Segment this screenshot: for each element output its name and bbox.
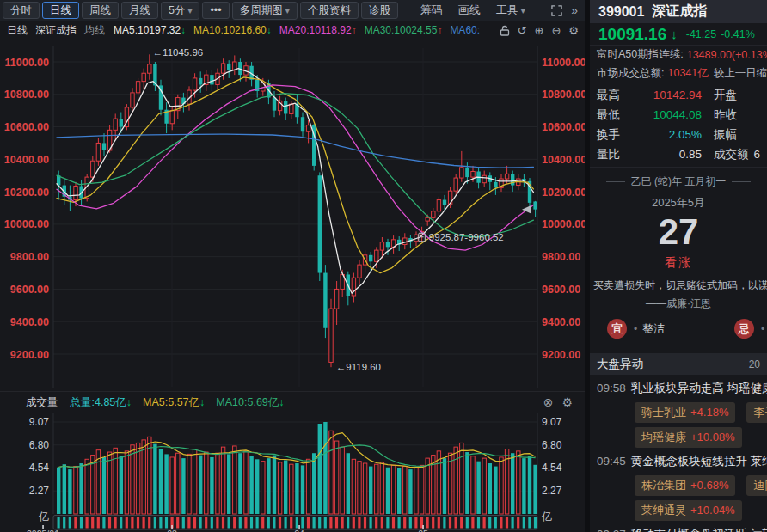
- news-time: 09:58: [597, 382, 626, 394]
- ji-group: 忌 •: [734, 319, 767, 339]
- svg-text:9400.00: 9400.00: [10, 316, 49, 328]
- stock-tag[interactable]: 株冶集团+0.68%: [635, 475, 735, 496]
- price-change-pct: -0.41%: [721, 28, 755, 40]
- stat-value: 10044.08: [640, 108, 702, 121]
- svg-text:9400.00: 9400.00: [542, 316, 580, 328]
- ma-value: 总量:4.85亿↓: [71, 395, 132, 410]
- stat-row: 量比0.85成交额6: [597, 144, 767, 164]
- a50-row: 富时A50期指连续: 13489.00(+0.13%): [590, 45, 767, 64]
- svg-text:亿: 亿: [38, 511, 49, 523]
- trend-label: 看涨: [590, 255, 767, 271]
- calendar-month: 2025年5月: [590, 195, 767, 211]
- svg-text:10200.00: 10200.00: [4, 187, 49, 199]
- toolbar-tab[interactable]: •••: [202, 2, 229, 19]
- stock-tag-row: 株冶集团+0.68%迪阿股份: [635, 475, 767, 496]
- news-title[interactable]: 乳业板块异动走高 均瑶健康涨停: [631, 382, 767, 394]
- stock-tag[interactable]: 李子园: [746, 402, 767, 423]
- svg-text:2.27: 2.27: [542, 485, 562, 497]
- price-row: 10091.16 ↓ -41.25 -0.41%: [590, 23, 767, 45]
- top-toolbar: 分时日线周线月线5分▾•••多周期图▾个股资料诊股 筹码画线工具▾ »: [0, 0, 585, 21]
- lunar-date: 乙巳 (蛇)年 五月初一: [590, 174, 767, 189]
- stock-tag[interactable]: 莱绅通灵+10.04%: [635, 500, 742, 521]
- toolbar-tab[interactable]: 日线: [42, 2, 79, 19]
- svg-text:9.07: 9.07: [542, 416, 562, 428]
- quote-panel: 399001 深证成指 10091.16 ↓ -41.25 -0.41% 富时A…: [585, 0, 767, 532]
- ma-value: MA10:5.69亿↓: [216, 395, 284, 410]
- toolbar-tab[interactable]: 5分▾: [161, 2, 199, 20]
- yi-group: 宜 • 整洁: [607, 319, 665, 339]
- stock-tag[interactable]: 迪阿股份: [746, 475, 767, 496]
- toolbar-link[interactable]: 筹码: [420, 3, 443, 18]
- svg-text:9.07: 9.07: [29, 416, 50, 428]
- chevron-down-icon: ▾: [187, 6, 192, 15]
- dash-right: [732, 181, 751, 182]
- svg-text:9800.00: 9800.00: [542, 251, 580, 263]
- svg-text:4.54: 4.54: [542, 462, 562, 474]
- quote-author: ——威廉·江恩: [590, 297, 767, 311]
- stat-label: 开盘: [714, 88, 737, 103]
- zoom-out-icon[interactable]: ⊖: [551, 24, 561, 37]
- news-item[interactable]: 09:27移动支付概念盘初活跃 远望谷涨恒宝股份+2.38%新 大 陆华峰超纤+…: [597, 527, 767, 532]
- volume-chart[interactable]: 9.079.076.806.804.544.542.272.27亿亿2025/0…: [0, 413, 585, 532]
- toolbar-tab[interactable]: 个股资料: [300, 2, 359, 19]
- volume-header: 成交量 总量:4.85亿↓MA5:5.57亿↓MA10:5.69亿↓ ⊗ ⚙: [0, 391, 585, 413]
- svg-text:11000.00: 11000.00: [542, 57, 585, 69]
- news-list: 09:58乳业板块异动走高 均瑶健康涨停骑士乳业+4.18%李子园均瑶健康+10…: [590, 375, 767, 532]
- gear-icon[interactable]: ⚙: [568, 24, 579, 37]
- svg-text:←9119.60: ←9119.60: [336, 362, 381, 372]
- yi-ji-row: 宜 • 整洁 忌 •: [590, 319, 767, 346]
- stock-tag-name: 骑士乳业: [641, 406, 686, 419]
- stock-tag[interactable]: 骑士乳业+4.18%: [635, 402, 735, 423]
- news-item[interactable]: 09:58乳业板块异动走高 均瑶健康涨停骑士乳业+4.18%李子园均瑶健康+10…: [597, 381, 767, 448]
- svg-text:03: 03: [167, 529, 177, 532]
- stat-row: 最高10142.94开盘: [597, 85, 767, 105]
- toolbar-tab[interactable]: 多周期图▾: [232, 2, 298, 20]
- toolbar-link[interactable]: 画线: [458, 3, 481, 18]
- ma-value: MA30:10024.55↑: [365, 24, 443, 36]
- svg-text:←11045.96: ←11045.96: [153, 47, 204, 58]
- indicator-bar: 日线 深证成指 均线 MA5:10197.32↓MA10:10216.60↓MA…: [0, 21, 585, 40]
- market-total-value: 10341亿: [667, 66, 708, 81]
- svg-text:9800.00: 9800.00: [10, 251, 49, 263]
- news-title[interactable]: 黄金概念板块短线拉升 莱绅通灵: [631, 455, 767, 468]
- toolbar-tab[interactable]: 诊股: [361, 2, 398, 19]
- close-icon[interactable]: ⊗: [543, 395, 554, 409]
- svg-text:9200.00: 9200.00: [542, 349, 580, 361]
- toolbar-link[interactable]: 工具▾: [496, 3, 525, 18]
- period-label: 日线: [7, 23, 28, 38]
- dash-left: [606, 181, 625, 182]
- news-time: 09:27: [597, 528, 626, 532]
- ma-group-label[interactable]: 均线: [84, 23, 105, 38]
- volume-label[interactable]: 成交量: [26, 395, 58, 410]
- lock-icon[interactable]: [500, 25, 510, 36]
- stock-tag[interactable]: 均瑶健康+10.08%: [635, 427, 742, 448]
- volume-header-icons: ⊗ ⚙: [543, 395, 585, 409]
- expand-icon[interactable]: [551, 5, 562, 16]
- candlestick-chart[interactable]: 11000.0011000.0010800.0010800.0010600.00…: [0, 40, 585, 391]
- last-price: 10091.16: [598, 25, 666, 44]
- news-title[interactable]: 移动支付概念盘初活跃 远望谷涨: [631, 528, 767, 532]
- stock-tag-pct: +4.18%: [690, 406, 728, 419]
- stat-row: 最低10044.08昨收: [597, 105, 767, 125]
- stat-label: 换手: [597, 127, 640, 143]
- toolbar-tab[interactable]: 周线: [82, 2, 119, 19]
- yi-text: 整洁: [642, 321, 665, 337]
- more-chevron-icon[interactable]: »: [571, 3, 578, 17]
- ma-value: MA5:5.57亿↓: [143, 395, 205, 410]
- svg-text:10800.00: 10800.00: [542, 89, 585, 101]
- svg-text:10600.00: 10600.00: [4, 121, 49, 133]
- calendar-day: 27: [590, 212, 767, 252]
- stock-tag-name: 李子园: [753, 406, 767, 419]
- gear-icon[interactable]: ⚙: [561, 395, 573, 409]
- toolbar-tab[interactable]: 分时: [3, 2, 40, 19]
- stock-tag-pct: +10.04%: [690, 504, 735, 517]
- zoom-in-icon[interactable]: ⊕: [535, 24, 544, 37]
- news-item[interactable]: 09:45黄金概念板块短线拉升 莱绅通灵株冶集团+0.68%迪阿股份莱绅通灵+1…: [597, 454, 767, 521]
- stock-tag-row: 莱绅通灵+10.04%: [635, 500, 767, 521]
- stock-tag-name: 莱绅通灵: [641, 504, 686, 517]
- news-section-header[interactable]: 大盘异动 20: [590, 353, 767, 375]
- stat-label: 最高: [597, 88, 640, 103]
- price-change: -41.25: [686, 28, 716, 40]
- toolbar-tab[interactable]: 月线: [121, 2, 158, 19]
- undo-icon[interactable]: ↺: [518, 24, 527, 37]
